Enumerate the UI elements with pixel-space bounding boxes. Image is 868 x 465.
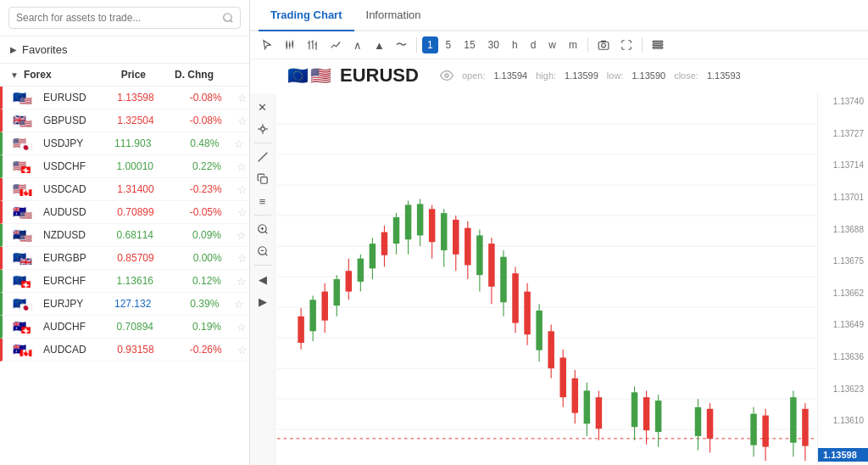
line-tool[interactable]	[326, 35, 346, 55]
ohlc-info: open: 1.13594 high: 1.13599 low: 1.13590…	[440, 70, 741, 81]
favorites-label: Favorites	[22, 43, 67, 56]
svg-rect-104	[643, 397, 649, 430]
tf-d-btn[interactable]: d	[526, 36, 542, 53]
bar-tool[interactable]	[303, 35, 323, 55]
more-btn[interactable]	[648, 35, 668, 55]
tf-h-btn[interactable]: h	[507, 36, 523, 53]
asset-symbol: GBPUSD	[43, 115, 86, 126]
chart-header: 🇪🇺 🇺🇸 EURUSD open: 1.13594 high: 1.13599…	[277, 59, 868, 92]
tab-trading-chart[interactable]: Trading Chart	[259, 0, 354, 31]
asset-favorite-star[interactable]: ☆	[222, 115, 248, 127]
svg-rect-50	[298, 317, 303, 343]
tf-w-btn[interactable]: w	[543, 36, 561, 53]
fullscreen-btn[interactable]	[616, 35, 637, 55]
asset-favorite-star[interactable]: ☆	[222, 206, 248, 219]
asset-row[interactable]: 🇦🇺 🇨🇦 AUDCAD 0.93158 -0.26% ☆	[0, 339, 249, 361]
asset-row[interactable]: 🇪🇺 🇬🇧 EURGBP 0.85709 0.00% ☆	[0, 247, 249, 270]
svg-rect-52	[309, 300, 315, 331]
svg-rect-66	[393, 217, 399, 244]
asset-change: 0.00%	[154, 252, 222, 264]
tf-m-btn[interactable]: m	[564, 36, 582, 53]
asset-price: 0.70894	[86, 321, 153, 333]
chart-close-btn[interactable]: ✕	[253, 97, 273, 117]
chart-crosshair-btn[interactable]	[253, 119, 273, 139]
svg-rect-80	[476, 235, 482, 275]
asset-symbol: EURGBP	[43, 252, 86, 264]
asset-favorite-star[interactable]: ☆	[221, 321, 247, 333]
asset-favorite-star[interactable]: ☆	[221, 229, 247, 242]
chart-copy-btn[interactable]	[253, 169, 273, 189]
asset-favorite-star[interactable]: ☆	[222, 344, 248, 356]
svg-rect-118	[802, 409, 808, 446]
favorites-arrow: ▶	[10, 45, 17, 54]
y-label-6: 1.13662	[818, 289, 868, 298]
chart-menu-btn[interactable]: ≡	[253, 191, 273, 211]
asset-symbol: USDCAD	[43, 183, 86, 195]
wave-tool[interactable]: 〜	[392, 35, 411, 55]
asset-favorite-star[interactable]: ☆	[222, 92, 248, 104]
asset-favorite-star[interactable]: ☆	[219, 298, 244, 311]
chart-arrow-right-btn[interactable]: ▶	[253, 291, 273, 311]
svg-rect-94	[559, 357, 565, 397]
screenshot-btn[interactable]	[593, 35, 614, 55]
tab-information[interactable]: Information	[354, 0, 433, 31]
y-label-5: 1.13675	[818, 256, 868, 266]
cursor-tool[interactable]	[257, 35, 277, 55]
favorites-row[interactable]: ▶ Favorites	[0, 36, 249, 64]
asset-row[interactable]: 🇺🇸 🇨🇭 USDCHF 1.00010 0.22% ☆	[0, 155, 249, 178]
triangle-tool[interactable]: ▲	[370, 35, 389, 55]
candlestick-chart	[277, 93, 817, 465]
svg-rect-110	[707, 409, 713, 439]
search-input[interactable]	[8, 7, 241, 29]
sep2	[587, 37, 588, 53]
candlestick-tool[interactable]	[280, 35, 300, 55]
asset-favorite-star[interactable]: ☆	[221, 160, 247, 173]
chart-zoom-in-btn[interactable]	[253, 219, 273, 239]
svg-rect-100	[596, 397, 602, 429]
asset-favorite-star[interactable]: ☆	[222, 183, 248, 196]
svg-rect-2	[286, 42, 287, 48]
high-val: 1.13599	[565, 70, 598, 81]
asset-name-cell: 🇳🇿 🇺🇸 NZDUSD	[13, 228, 86, 242]
flag-icon: 🇦🇺 🇺🇸	[13, 205, 36, 219]
asset-favorite-star[interactable]: ☆	[219, 137, 244, 150]
y-label-7: 1.13649	[818, 320, 868, 329]
flag-icon: 🇳🇿 🇺🇸	[13, 228, 36, 242]
svg-rect-62	[370, 244, 376, 268]
asset-favorite-star[interactable]: ☆	[222, 252, 248, 265]
asset-symbol: AUDCHF	[43, 321, 86, 333]
svg-rect-20	[653, 44, 663, 46]
tf-15-btn[interactable]: 15	[459, 36, 480, 53]
asset-change: 0.09%	[153, 229, 221, 241]
asset-name-cell: 🇺🇸 🇯🇵 USDJPY	[13, 137, 83, 150]
chart-arrow-left-btn[interactable]: ◀	[253, 269, 273, 289]
asset-row[interactable]: 🇺🇸 🇨🇦 USDCAD 1.31400 -0.23% ☆	[0, 178, 249, 201]
y-label-3: 1.13701	[818, 193, 868, 202]
chart-zoom-out-btn[interactable]	[253, 241, 273, 261]
asset-row[interactable]: 🇪🇺 🇺🇸 EURUSD 1.13598 -0.08% ☆	[0, 87, 249, 109]
tf-1-btn[interactable]: 1	[422, 36, 438, 53]
close-label: close:	[674, 70, 698, 81]
peak-tool[interactable]: ∧	[348, 35, 367, 55]
asset-favorite-star[interactable]: ☆	[221, 275, 247, 288]
change-col-header: D. Chng	[146, 69, 214, 81]
asset-symbol: USDCHF	[43, 160, 86, 172]
asset-row[interactable]: 🇦🇺 🇨🇭 AUDCHF 0.70894 0.19% ☆	[0, 316, 249, 339]
asset-price: 1.13616	[86, 275, 153, 287]
asset-row[interactable]: 🇦🇺 🇺🇸 AUDUSD 0.70899 -0.05% ☆	[0, 201, 249, 224]
asset-row[interactable]: 🇳🇿 🇺🇸 NZDUSD 0.68114 0.09% ☆	[0, 224, 249, 247]
chart-line-btn[interactable]	[253, 147, 273, 167]
svg-point-22	[260, 127, 264, 132]
asset-price: 1.32504	[86, 115, 154, 126]
search-icon	[222, 12, 234, 24]
asset-row[interactable]: 🇬🇧 🇺🇸 GBPUSD 1.32504 -0.08% ☆	[0, 109, 249, 132]
asset-name-cell: 🇺🇸 🇨🇦 USDCAD	[13, 182, 86, 196]
asset-row[interactable]: 🇺🇸 🇯🇵 USDJPY 111.903 0.48% ☆	[0, 132, 249, 155]
tf-5-btn[interactable]: 5	[441, 36, 457, 53]
y-label-4: 1.13688	[818, 225, 868, 234]
asset-row[interactable]: 🇪🇺 🇯🇵 EURJPY 127.132 0.39% ☆	[0, 293, 249, 316]
asset-name-cell: 🇬🇧 🇺🇸 GBPUSD	[13, 114, 86, 127]
tf-30-btn[interactable]: 30	[483, 36, 504, 53]
asset-row[interactable]: 🇪🇺 🇨🇭 EURCHF 1.13616 0.12% ☆	[0, 270, 249, 293]
asset-price: 127.132	[83, 298, 151, 310]
